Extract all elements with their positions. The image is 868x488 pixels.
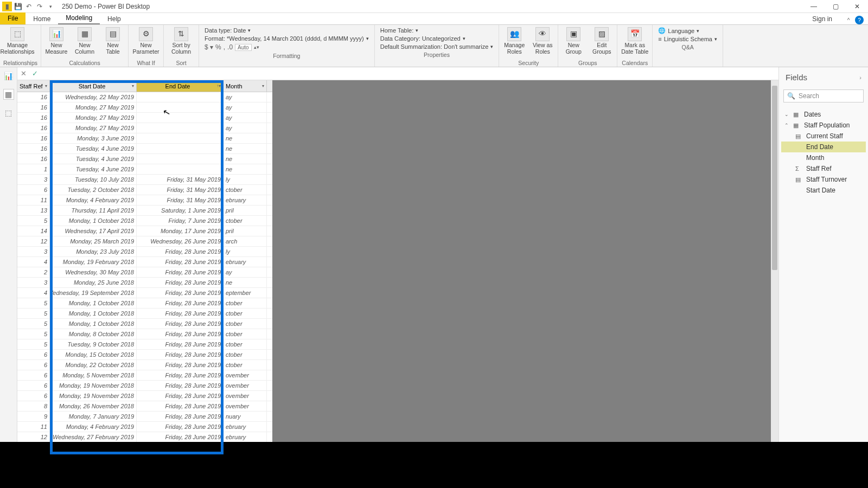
decimal-places-input[interactable]: Auto <box>235 44 252 51</box>
comma-icon[interactable]: , <box>224 43 225 51</box>
edit-groups-button[interactable]: ▨EditGroups <box>590 26 614 55</box>
table-row[interactable]: 16Monday, 3 June 2019ne <box>17 133 272 144</box>
table-row[interactable]: 5Tuesday, 9 October 2018Friday, 28 June … <box>17 339 272 350</box>
field-current-staff[interactable]: ▤Current Staff <box>781 131 866 142</box>
table-row[interactable]: 4Wednesday, 19 September 2018Friday, 28 … <box>17 288 272 298</box>
table-row[interactable]: 11Monday, 4 February 2019Friday, 31 May … <box>17 195 272 206</box>
new-table-button[interactable]: ▤NewTable <box>101 26 125 55</box>
data-category-dropdown[interactable]: Data Category: Uncategorized <box>380 35 461 42</box>
sort-by-column-button[interactable]: ⇅Sort byColumn <box>167 26 195 55</box>
decimal-icon[interactable]: .0 <box>227 43 233 51</box>
view-rail: 📊 ▦ ⬚ <box>0 67 17 488</box>
undo-icon[interactable]: ↶ <box>24 2 34 11</box>
table-row[interactable]: 14Wednesday, 17 April 2019Monday, 17 Jun… <box>17 226 272 236</box>
header-staff-ref: Staff Ref▾ <box>17 80 50 92</box>
help-tab[interactable]: Help <box>100 14 129 24</box>
table-row[interactable]: 9Monday, 7 January 2019Friday, 28 June 2… <box>17 412 272 422</box>
table-row[interactable]: 4Monday, 19 February 2018Friday, 28 June… <box>17 257 272 267</box>
table-row[interactable]: 11Monday, 4 February 2019Friday, 28 June… <box>17 422 272 432</box>
home-table-dropdown[interactable]: Home Table: <box>380 27 414 34</box>
sigma-icon: Σ <box>795 165 803 172</box>
table-row[interactable]: 5Monday, 1 October 2018Friday, 7 June 20… <box>17 216 272 226</box>
data-canvas: Staff Ref▾ Start Date▾ End Date↑▾ Month▾… <box>17 80 778 485</box>
table-row[interactable]: 2Wednesday, 30 May 2018Friday, 28 June 2… <box>17 267 272 278</box>
table-row[interactable]: 6Monday, 19 November 2018Friday, 28 June… <box>17 391 272 401</box>
percent-icon[interactable]: % <box>215 43 221 51</box>
maximize-button[interactable]: ▢ <box>825 0 846 13</box>
header-month: Month▾ <box>224 80 267 92</box>
expand-icon[interactable]: › <box>859 74 861 81</box>
table-row[interactable]: 3Monday, 25 June 2018Friday, 28 June 201… <box>17 278 272 288</box>
file-tab[interactable]: File <box>0 12 25 24</box>
data-grid[interactable]: Staff Ref▾ Start Date▾ End Date↑▾ Month▾… <box>17 80 272 453</box>
vertical-scrollbar[interactable] <box>771 80 778 485</box>
measure-icon: ▤ <box>795 133 803 140</box>
field-end-date[interactable]: End Date <box>781 142 866 152</box>
table-row[interactable]: 3Tuesday, 10 July 2018Friday, 31 May 201… <box>17 175 272 185</box>
table-row[interactable]: 6Monday, 5 November 2018Friday, 28 June … <box>17 370 272 381</box>
table-row[interactable]: 5Monday, 1 October 2018Friday, 28 June 2… <box>17 319 272 329</box>
table-row[interactable]: 16Monday, 27 May 2019ay <box>17 102 272 113</box>
table-row[interactable]: 6Monday, 22 October 2018Friday, 28 June … <box>17 360 272 370</box>
summarization-dropdown[interactable]: Default Summarization: Don't summarize <box>380 43 489 50</box>
filter-icon[interactable]: ▾ <box>262 84 264 88</box>
table-row[interactable]: 6Monday, 19 November 2018Friday, 28 June… <box>17 381 272 391</box>
home-tab[interactable]: Home <box>25 14 58 24</box>
sort-asc-icon[interactable]: ↑▾ <box>216 84 221 88</box>
language-dropdown[interactable]: Language <box>668 28 694 34</box>
stepper-icon[interactable]: ▴▾ <box>254 44 259 50</box>
new-column-button[interactable]: ▦NewColumn <box>73 26 97 55</box>
table-row[interactable]: 16Tuesday, 4 June 2019ne <box>17 144 272 154</box>
table-staff-population[interactable]: ⌃▦Staff Population <box>781 120 866 131</box>
table-row[interactable]: 5Monday, 1 October 2018Friday, 28 June 2… <box>17 298 272 309</box>
currency-icon[interactable]: $ ▾ <box>205 43 213 51</box>
minimize-button[interactable]: — <box>803 0 825 13</box>
filter-icon[interactable]: ▾ <box>45 84 47 88</box>
table-row[interactable]: 5Monday, 1 October 2018Friday, 28 June 2… <box>17 309 272 319</box>
report-view-icon[interactable]: 📊 <box>3 70 14 81</box>
qat-dropdown-icon[interactable]: ▾ <box>46 2 55 11</box>
data-type-dropdown[interactable]: Data type: Date <box>205 27 246 34</box>
table-row[interactable]: 16Monday, 27 May 2019ay <box>17 123 272 133</box>
linguistic-schema-dropdown[interactable]: Linguistic Schema <box>664 36 712 42</box>
collapse-ribbon-icon[interactable]: ^ <box>844 16 853 24</box>
formula-bar[interactable]: ✕ ✓ <box>17 67 778 80</box>
view-as-roles-button[interactable]: 👁View asRoles <box>531 26 554 55</box>
filter-icon[interactable]: ▾ <box>132 84 134 88</box>
table-row[interactable]: 12Wednesday, 27 February 2019Friday, 28 … <box>17 432 272 442</box>
manage-roles-button[interactable]: 👥ManageRoles <box>502 26 526 55</box>
new-parameter-button[interactable]: ⚙NewParameter <box>132 26 160 55</box>
table-row[interactable]: 6Tuesday, 2 October 2018Friday, 31 May 2… <box>17 185 272 195</box>
help-circle-icon[interactable]: ? <box>855 16 864 24</box>
modeling-tab[interactable]: Modeling <box>58 12 100 24</box>
table-row[interactable]: 8Monday, 26 November 2018Friday, 28 June… <box>17 401 272 412</box>
fields-search[interactable]: 🔍Search <box>783 89 864 102</box>
table-row[interactable]: 16Tuesday, 4 June 2019ne <box>17 154 272 164</box>
model-view-icon[interactable]: ⬚ <box>3 107 14 118</box>
commit-icon[interactable]: ✓ <box>32 69 38 78</box>
close-button[interactable]: ✕ <box>846 0 868 13</box>
table-row[interactable]: 16Monday, 27 May 2019ay <box>17 113 272 123</box>
sign-in-link[interactable]: Sign in <box>805 14 840 24</box>
table-row[interactable]: 6Monday, 15 October 2018Friday, 28 June … <box>17 350 272 360</box>
table-dates[interactable]: ⌄▦Dates <box>781 109 866 120</box>
table-row[interactable]: 16Wednesday, 22 May 2019ay <box>17 92 272 102</box>
table-row[interactable]: 1Tuesday, 4 June 2019ne <box>17 164 272 175</box>
table-row[interactable]: 13Thursday, 11 April 2019Saturday, 1 Jun… <box>17 206 272 216</box>
new-measure-button[interactable]: 📊NewMeasure <box>44 26 68 55</box>
manage-relationships-button[interactable]: ⬚ManageRelationships <box>3 26 31 55</box>
table-row[interactable]: 3Monday, 23 July 2018Friday, 28 June 201… <box>17 247 272 257</box>
field-staff-turnover[interactable]: ▤Staff Turnover <box>781 174 866 185</box>
field-month[interactable]: Month <box>781 152 866 163</box>
cancel-icon[interactable]: ✕ <box>21 69 27 78</box>
mark-date-table-button[interactable]: 📅Mark asDate Table <box>621 26 649 55</box>
data-view-icon[interactable]: ▦ <box>3 89 14 100</box>
save-icon[interactable]: 💾 <box>13 2 23 11</box>
format-dropdown[interactable]: Format: *Wednesday, 14 March 2001 (dddd,… <box>205 35 364 42</box>
table-row[interactable]: 5Monday, 8 October 2018Friday, 28 June 2… <box>17 329 272 339</box>
new-group-button[interactable]: ▣NewGroup <box>561 26 585 55</box>
field-staff-ref[interactable]: ΣStaff Ref <box>781 163 866 174</box>
redo-icon[interactable]: ↷ <box>35 2 44 11</box>
table-row[interactable]: 12Monday, 25 March 2019Wednesday, 26 Jun… <box>17 236 272 247</box>
field-start-date[interactable]: Start Date <box>781 185 866 196</box>
